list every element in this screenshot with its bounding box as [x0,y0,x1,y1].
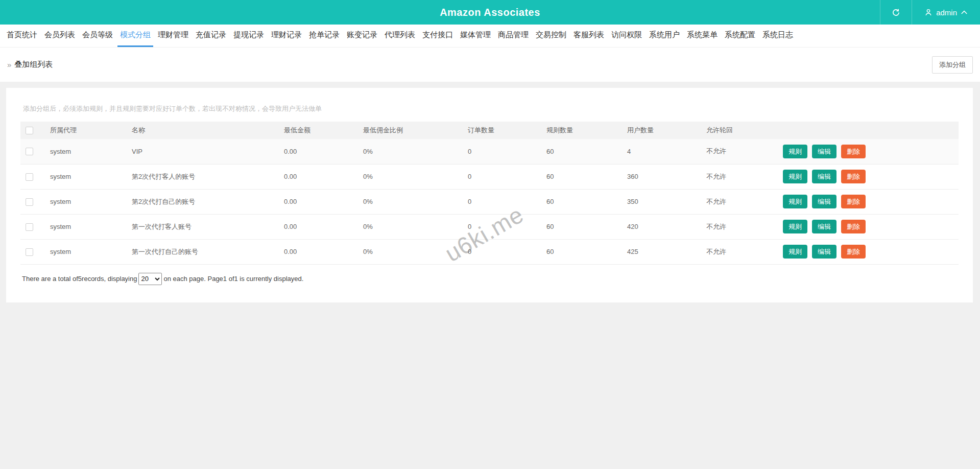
nav-bar: 首页统计会员列表会员等级模式分组理财管理充值记录提现记录理财记录抢单记录账变记录… [0,25,980,48]
row-checkbox[interactable] [26,173,33,181]
cell-agent: system [47,164,129,189]
cell-min-commission: 0% [360,214,465,239]
breadcrumb: » 叠加组列表 [7,60,53,69]
cell-loop: 不允许 [703,164,780,189]
nav-item[interactable]: 账变记录 [344,25,380,47]
nav-item[interactable]: 代理列表 [382,25,418,47]
edit-button[interactable]: 编辑 [812,245,836,259]
add-group-button[interactable]: 添加分组 [932,56,973,74]
page-size-select[interactable]: 20 [138,273,162,285]
cell-agent: system [47,239,129,264]
delete-button[interactable]: 删除 [841,145,866,158]
refresh-button[interactable] [880,0,912,25]
nav-item[interactable]: 理财记录 [269,25,304,47]
pagination-text-before: There are a total of [22,275,78,283]
nav-item[interactable]: 媒体管理 [458,25,493,47]
edit-button[interactable]: 编辑 [812,195,836,208]
row-checkbox[interactable] [26,223,33,231]
notice-text: 添加分组后，必须添加规则，并且规则需要对应好订单个数，若出现不对称情况，会导致用… [23,104,958,113]
rule-button[interactable]: 规则 [783,145,807,158]
nav-item[interactable]: 会员列表 [42,25,78,47]
row-actions: 规则 编辑 删除 [783,245,955,259]
column-header: 用户数量 [624,122,703,139]
cell-name: 第2次代打客人的账号 [129,164,281,189]
user-menu[interactable]: admin [912,0,980,25]
nav-item[interactable]: 模式分组 [117,25,153,47]
nav-item[interactable]: 系统日志 [760,25,796,47]
cell-users: 425 [624,239,703,264]
nav-item[interactable]: 会员等级 [80,25,115,47]
nav-item[interactable]: 抢单记录 [306,25,342,47]
cell-min-amount: 0.00 [281,164,360,189]
nav-item[interactable]: 商品管理 [495,25,531,47]
page-title: 叠加组列表 [14,60,53,69]
nav-item[interactable]: 首页统计 [4,25,40,47]
column-header: 订单数量 [465,122,543,139]
nav-item[interactable]: 充值记录 [193,25,229,47]
pagination: There are a total of5 records, displayin… [22,273,958,285]
nav-item[interactable]: 理财管理 [155,25,191,47]
cell-min-amount: 0.00 [281,139,360,164]
pagination-text-after: on each page. Page1 of1 is currently dis… [163,275,303,283]
nav-item[interactable]: 提现记录 [231,25,267,47]
rule-button[interactable]: 规则 [783,220,807,233]
column-header: 最低佣金比例 [360,122,465,139]
column-header: 名称 [129,122,281,139]
app-title: Amazon Associates [0,7,980,18]
nav-item[interactable]: 系统菜单 [684,25,720,47]
edit-button[interactable]: 编辑 [812,220,836,233]
row-checkbox[interactable] [26,198,33,206]
row-checkbox[interactable] [26,248,33,256]
column-header: 允许轮回 [703,122,780,139]
cell-min-commission: 0% [360,139,465,164]
column-header: 所属代理 [47,122,129,139]
edit-button[interactable]: 编辑 [812,170,836,183]
app-header: Amazon Associates admin [0,0,980,25]
nav-item[interactable]: 支付接口 [420,25,456,47]
table-row: system 第一次代打自己的账号 0.00 0% 0 60 425 不允许 规… [20,239,959,264]
table-body: system VIP 0.00 0% 0 60 4 不允许 规则 编辑 删除 s… [20,139,959,264]
user-icon [924,8,933,16]
nav-item[interactable]: 访问权限 [609,25,644,47]
table-row: system 第2次代打自己的账号 0.00 0% 0 60 350 不允许 规… [20,189,959,214]
row-checkbox[interactable] [26,148,33,155]
delete-button[interactable]: 删除 [841,220,866,233]
cell-name: 第2次代打自己的账号 [129,189,281,214]
select-all-checkbox[interactable] [26,127,33,134]
nav-item[interactable]: 交易控制 [533,25,569,47]
rule-button[interactable]: 规则 [783,245,807,259]
cell-orders: 0 [465,214,543,239]
cell-orders: 0 [465,239,543,264]
cell-rules: 60 [543,164,624,189]
nav-item[interactable]: 客服列表 [571,25,607,47]
pagination-total: 5 [78,275,82,283]
row-actions: 规则 编辑 删除 [783,195,955,208]
cell-min-amount: 0.00 [281,239,360,264]
row-actions: 规则 编辑 删除 [783,145,955,158]
row-actions: 规则 编辑 删除 [783,220,955,233]
cell-agent: system [47,214,129,239]
breadcrumb-bar: » 叠加组列表 添加分组 [0,48,980,82]
cell-orders: 0 [465,139,543,164]
cell-users: 360 [624,164,703,189]
rule-button[interactable]: 规则 [783,195,807,208]
groups-table: 所属代理名称最低金额最低佣金比例订单数量规则数量用户数量允许轮回 system … [20,122,959,265]
delete-button[interactable]: 删除 [841,170,866,183]
nav-item[interactable]: 系统用户 [647,25,682,47]
delete-button[interactable]: 删除 [841,245,866,259]
edit-button[interactable]: 编辑 [812,145,836,158]
table-row: system VIP 0.00 0% 0 60 4 不允许 规则 编辑 删除 [20,139,959,164]
cell-rules: 60 [543,139,624,164]
rule-button[interactable]: 规则 [783,170,807,183]
content-card: 添加分组后，必须添加规则，并且规则需要对应好订单个数，若出现不对称情况，会导致用… [6,88,973,302]
cell-users: 420 [624,214,703,239]
header-right-controls: admin [880,0,980,25]
delete-button[interactable]: 删除 [841,195,866,208]
cell-loop: 不允许 [703,239,780,264]
cell-rules: 60 [543,214,624,239]
column-header: 最低金额 [281,122,360,139]
cell-name: VIP [129,139,281,164]
nav-item[interactable]: 系统配置 [722,25,758,47]
column-header [780,122,959,139]
cell-name: 第一次代打客人账号 [129,214,281,239]
